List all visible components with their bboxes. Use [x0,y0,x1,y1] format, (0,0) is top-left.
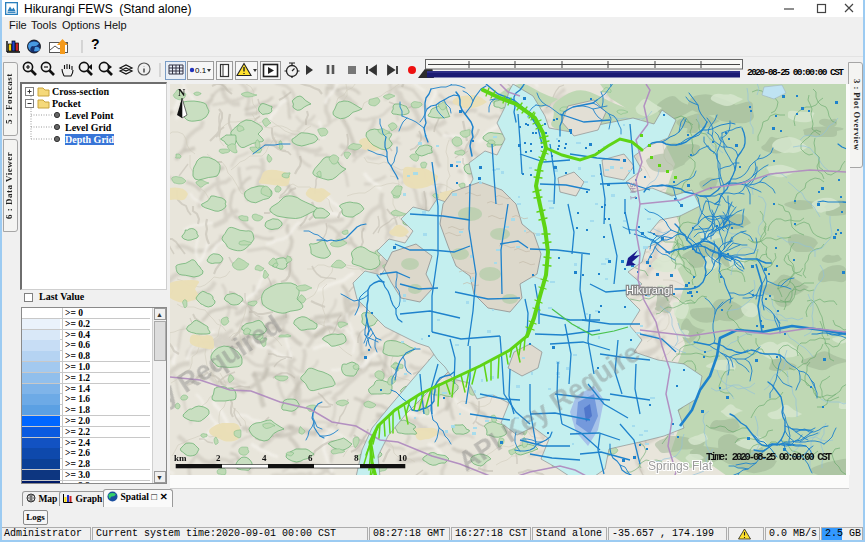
svg-text:2: 2 [216,453,221,463]
svg-text:km: km [174,453,187,463]
svg-text:0.1: 0.1 [195,66,207,75]
svg-text:6: 6 [308,453,313,463]
svg-text:8: 8 [354,453,359,463]
svg-text:Springs Flat: Springs Flat [648,459,713,473]
svg-text:N: N [178,87,186,98]
svg-text:SH 1: SH 1 [628,182,638,201]
svg-text:10: 10 [398,453,408,463]
svg-text:4: 4 [262,453,267,463]
svg-text:Hikurangi: Hikurangi [626,284,672,296]
svg-text:2020-08-25 00:00:00 CST: 2020-08-25 00:00:00 CST [747,67,844,78]
svg-text:Time: 2020-08-25 00:00:00 CST: Time: 2020-08-25 00:00:00 CST [706,451,832,463]
